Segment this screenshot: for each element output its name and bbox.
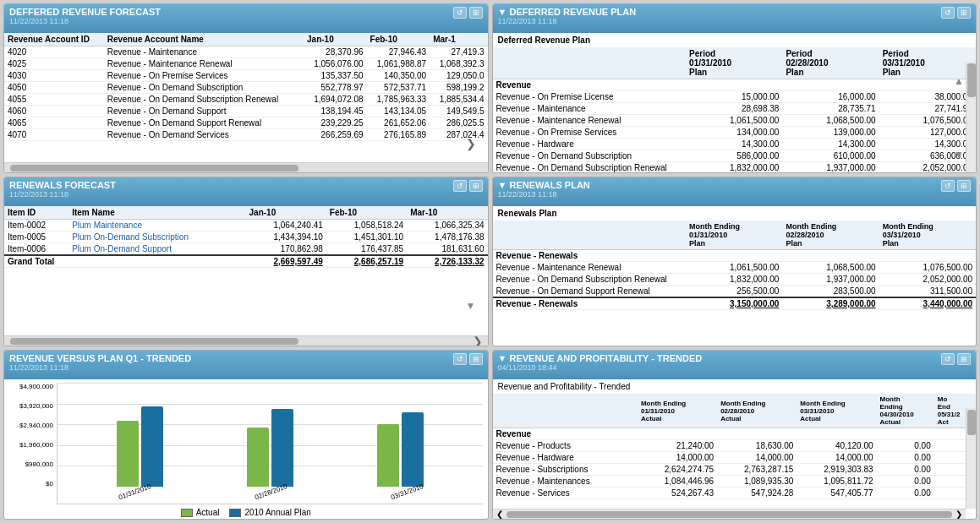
account-id: 4070 — [4, 129, 104, 141]
revenue-profitability-subtitle: 04/11/2010 18:44 — [498, 363, 703, 372]
me4-val: 0.00 — [877, 488, 934, 499]
table-icon[interactable]: ⊞ — [469, 353, 483, 365]
feb-val: 27,946.43 — [367, 46, 430, 58]
item-name[interactable]: Plum Maintenance — [68, 220, 245, 232]
vertical-scrollbar[interactable] — [966, 62, 976, 172]
table-row: Revenue - Maintenance Renewal 1,061,500.… — [493, 115, 977, 127]
horizontal-scrollbar[interactable] — [4, 162, 488, 172]
refresh-icon[interactable]: ↺ — [453, 180, 467, 192]
account-name: Revenue - On Demand Subscription — [104, 82, 304, 94]
me2-val: 2,763,287.15 — [717, 464, 797, 476]
item-name[interactable]: Plum On-Demand Support — [68, 243, 245, 256]
table-icon[interactable]: ⊞ — [957, 7, 971, 19]
me3-val: 311,500.00 — [879, 286, 976, 298]
renewals-forecast-content: Item ID Item Name Jan-10 Feb-10 Mar-10 I… — [4, 206, 488, 335]
renewals-forecast-title: RENEWALS FORECAST — [9, 180, 116, 190]
item-name[interactable]: Plum On-Demand Subscription — [68, 232, 245, 243]
table-row: Revenue - On Premise License 15,000.00 1… — [493, 91, 977, 103]
vertical-scrollbar[interactable] — [966, 408, 976, 509]
col-me1: Month Ending01/31/2010Plan — [686, 221, 782, 250]
me2-val: 283,500.00 — [782, 286, 879, 298]
mar-val: 286,025.5 — [430, 117, 487, 129]
refresh-icon[interactable]: ↺ — [453, 353, 467, 365]
deferred-forecast-table: Revenue Account ID Revenue Account Name … — [4, 33, 488, 141]
col-me3: Month Ending03/31/2010Plan — [879, 221, 976, 250]
table-icon[interactable]: ⊞ — [957, 180, 971, 192]
y-label: $0 — [9, 480, 53, 488]
table-row: Revenue - Services 524,267.43 547,924.28… — [493, 488, 977, 499]
deferred-forecast-content: Revenue Account ID Revenue Account Name … — [4, 33, 488, 162]
scroll-right-arrow[interactable]: ❯ — [952, 509, 966, 519]
chart-group — [117, 379, 163, 487]
table-row: Revenue - Products 21,240.00 18,630.00 4… — [493, 440, 977, 452]
scrollbar-thumb-v[interactable] — [967, 410, 976, 435]
refresh-icon[interactable]: ↺ — [941, 7, 955, 19]
scroll-left-arrow[interactable]: ❮ — [493, 509, 506, 519]
x-label: 01/31/2010 — [118, 482, 156, 509]
row-name: Revenue - Maintenance Renewal — [493, 115, 687, 127]
table-icon[interactable]: ⊞ — [957, 353, 971, 365]
x-label: 02/28/2010 — [254, 482, 291, 509]
account-id: 4050 — [4, 82, 104, 94]
revenue-vs-plan-subtitle: 11/22/2013 11:18 — [9, 363, 191, 372]
y-label: $1,960,000 — [9, 441, 53, 449]
horizontal-scrollbar[interactable]: ❮ ❯ — [493, 509, 966, 519]
me4-val: 0.00 — [877, 464, 934, 476]
chart-plot-area: 01/31/2010 02/28/2010 03/31/2010 — [57, 383, 483, 504]
scrollbar-thumb-h[interactable] — [506, 511, 953, 518]
renewals-forecast-panel: RENEWALS FORECAST 11/22/2013 11:18 ↺ ⊞ I… — [3, 177, 489, 346]
col-period3: Period03/31/2010Plan — [879, 47, 976, 79]
jan-val: 170,862.98 — [246, 243, 326, 256]
jan-val: 1,056,076.00 — [304, 58, 367, 70]
renewals-plan-table: Month Ending01/31/2010Plan Month Ending0… — [493, 221, 977, 310]
refresh-icon[interactable]: ↺ — [941, 353, 955, 365]
me4-val: 0.00 — [877, 476, 934, 488]
revenue-profitability-panel: ▼ REVENUE AND PROFITABILITY - TRENDED 04… — [492, 350, 977, 520]
col-jan10: Jan-10 — [304, 33, 367, 46]
scrollbar-thumb[interactable] — [10, 165, 298, 172]
jan-val: 1,694,072.08 — [304, 94, 367, 106]
refresh-icon[interactable]: ↺ — [453, 7, 467, 19]
account-id: 4025 — [4, 58, 104, 70]
scroll-right-arrow[interactable]: ❯ — [473, 335, 486, 347]
scrollbar-thumb-v[interactable] — [967, 63, 976, 97]
col-mar10: Mar-10 — [407, 206, 487, 220]
row-name: Revenue - On Demand Support Renewal — [493, 286, 687, 298]
renewals-plan-subtitle: 11/22/2013 11:18 — [498, 190, 590, 199]
jan-val: 552,778.97 — [304, 82, 367, 94]
mar-val: 1,885,534.4 — [430, 94, 487, 106]
row-name: Revenue - Maintenance — [493, 103, 687, 115]
renewals-plan-title: ▼ RENEWALS PLAN — [498, 180, 590, 190]
chart-group — [377, 379, 424, 487]
horizontal-scrollbar[interactable]: ❯ — [4, 335, 488, 346]
y-label: $980,000 — [9, 460, 53, 468]
table-row: 4030 Revenue - On Premise Services 135,3… — [4, 70, 488, 82]
total-me3: 3,440,000.00 — [879, 297, 976, 310]
table-row: Revenue - On Demand Subscription Renewal… — [493, 274, 977, 286]
row-name: Revenue - Hardware — [493, 452, 638, 464]
legend-color-actual — [181, 509, 193, 517]
refresh-icon[interactable]: ↺ — [941, 180, 955, 192]
account-id: 4055 — [4, 94, 104, 106]
scroll-down-indicator: ▼ — [954, 149, 964, 161]
feb-val: 143,134.05 — [367, 106, 430, 117]
table-row: 4065 Revenue - On Demand Support Renewal… — [4, 117, 488, 129]
account-name: Revenue - Maintenance — [104, 46, 304, 58]
item-id: Item-0005 — [4, 232, 68, 243]
table-icon[interactable]: ⊞ — [469, 180, 483, 192]
me1-val: 14,000.00 — [638, 452, 717, 464]
feb-val: 276,165.89 — [367, 129, 430, 141]
period3-val: 1,076,500.00 — [879, 115, 976, 127]
table-row: Revenue - On Demand Subscription Renewal… — [493, 162, 977, 173]
table-row: Revenue - On Demand Subscription 586,000… — [493, 150, 977, 162]
table-icon[interactable]: ⊞ — [469, 7, 483, 19]
grand-total-jan: 2,669,597.49 — [246, 255, 326, 268]
table-row: Item-0005 Plum On-Demand Subscription 1,… — [4, 232, 488, 243]
col-me2: Month Ending02/28/2010Actual — [717, 394, 797, 428]
jan-val: 28,370.96 — [304, 46, 367, 58]
scroll-right-arrow[interactable]: ❯ — [466, 137, 476, 150]
col-item-name: Item Name — [68, 206, 245, 220]
scrollbar-thumb[interactable] — [10, 338, 298, 345]
revenue-vs-plan-title: REVENUE VERSUS PLAN Q1 - TRENDED — [9, 353, 191, 363]
me1-val: 256,500.00 — [686, 286, 782, 298]
